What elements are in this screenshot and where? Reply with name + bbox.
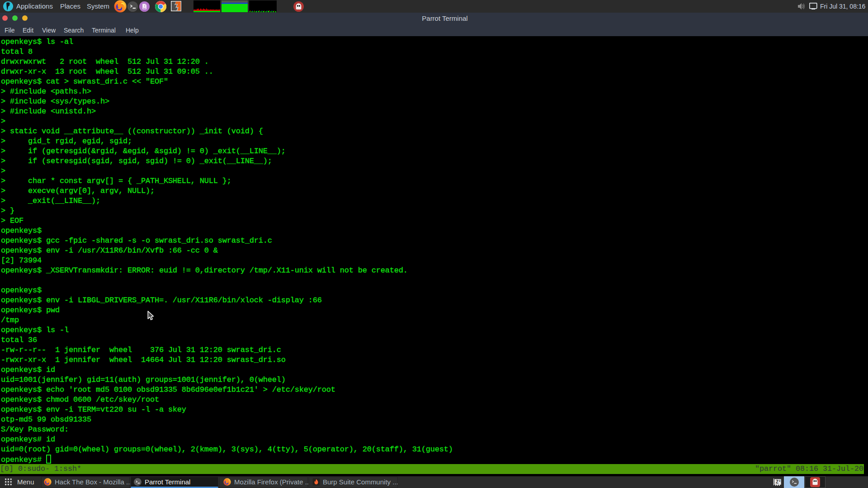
svg-text:z: z bbox=[779, 479, 781, 482]
svg-text:Z: Z bbox=[776, 479, 778, 484]
